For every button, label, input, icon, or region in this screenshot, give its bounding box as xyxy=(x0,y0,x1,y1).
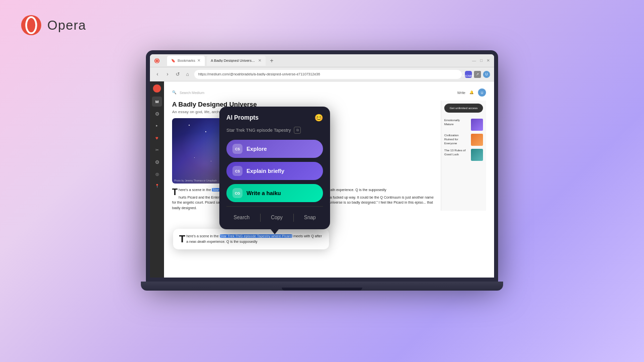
ai-divider xyxy=(226,206,323,207)
forward-button[interactable]: › xyxy=(164,71,171,78)
close-icon[interactable]: ✕ xyxy=(487,58,490,63)
sidebar-article-3: The 13 Rules of Good Luck xyxy=(444,149,483,161)
back-button[interactable]: ‹ xyxy=(154,71,161,78)
ai-popup-arrow xyxy=(271,229,279,234)
svg-point-0 xyxy=(21,15,41,35)
sidebar-article-1: Emotionally Mature xyxy=(444,119,483,131)
sidebar-item-3[interactable]: ♥ xyxy=(152,133,162,143)
opera-icon xyxy=(20,14,42,36)
copy-action-button[interactable]: Copy xyxy=(267,213,286,222)
ai-popup-query: Star Trek TNG episode Tapestry ⧉ xyxy=(226,127,323,134)
explain-icon: CS xyxy=(232,166,243,176)
add-tab-button[interactable]: + xyxy=(268,57,276,65)
drop-cap: T xyxy=(172,188,178,197)
sidebar-item-6[interactable]: ◎ xyxy=(152,169,162,179)
right-sidebar: Get unlimited access Emotionally Mature … xyxy=(441,101,486,211)
action-separator-2 xyxy=(293,214,294,222)
title-bar: 🔖 Bookmarks ✕ A Badly Designed Universe,… xyxy=(150,54,494,67)
ai-popup-emoji: 😊 xyxy=(314,114,323,122)
user-avatar[interactable]: U xyxy=(478,88,486,97)
ai-actions: Search Copy Snap xyxy=(226,211,323,222)
sidebar-article-text-2: Civilization Ruined for Everyone xyxy=(444,134,469,145)
popup-drop-cap: T xyxy=(179,234,185,244)
address-bar: ‹ › ↺ ⌂ https://medium.com/@noahbradely/… xyxy=(150,67,494,81)
sidebar-article-img-3 xyxy=(471,149,483,161)
photo-credit: Photo by Jeremy Thomas or Unsplash xyxy=(174,179,217,182)
ai-popup-title: AI Prompts xyxy=(226,114,259,121)
selected-text-popup: T here's a scene in the Star Trek TNG ep… xyxy=(173,229,329,249)
title-bar-actions: — □ ✕ xyxy=(472,58,490,63)
ai-prompt-icon[interactable]: AI PROMPT xyxy=(465,71,472,78)
sidebar-item-4[interactable]: ✂ xyxy=(152,145,162,155)
action-separator-1 xyxy=(260,214,261,222)
haiku-icon: CG xyxy=(232,188,243,198)
unlimited-access-button[interactable]: Get unlimited access xyxy=(444,104,483,113)
explore-button[interactable]: CS Explore xyxy=(226,140,323,158)
home-button[interactable]: ⌂ xyxy=(184,71,191,78)
tab-bookmarks[interactable]: 🔖 Bookmarks ✕ xyxy=(167,56,205,66)
sidebar: M ⚙ ▸ ♥ ✂ ⚙ ◎ 📍 xyxy=(150,81,164,278)
sidebar-item-1[interactable]: ⚙ xyxy=(152,109,162,119)
write-link[interactable]: Write xyxy=(457,91,465,95)
url-input[interactable]: https://medium.com/@noahbradely/a-badly-… xyxy=(194,70,462,79)
ai-prompts-popup: AI Prompts 😊 Star Trek TNG episode Tapes… xyxy=(219,107,330,229)
opera-logo: Opera xyxy=(20,14,86,36)
sidebar-article-img-1 xyxy=(471,119,483,131)
maximize-icon[interactable]: □ xyxy=(480,58,482,63)
write-haiku-button[interactable]: CG Write a haiku xyxy=(226,184,323,202)
snap-action-button[interactable]: Snap xyxy=(300,213,319,222)
sidebar-item-medium[interactable]: M xyxy=(152,97,162,107)
tab-area: 🔖 Bookmarks ✕ A Badly Designed Universe,… xyxy=(167,56,469,66)
notifications-icon[interactable]: 🔔 xyxy=(469,90,474,95)
medium-nav: 🔍 Search Medium xyxy=(172,90,204,95)
reload-button[interactable]: ↺ xyxy=(174,71,181,78)
sidebar-opera-button[interactable] xyxy=(153,84,161,93)
browser-window: 🔖 Bookmarks ✕ A Badly Designed Universe,… xyxy=(150,54,494,278)
profile-icon[interactable]: U xyxy=(483,71,490,78)
browser-body: M ⚙ ▸ ♥ ✂ ⚙ ◎ 📍 🔍 Search M xyxy=(150,81,494,278)
share-icon[interactable]: ↗ xyxy=(474,71,481,78)
popup-highlighted-text: Star Trek TNG episode Tapestry where Pic… xyxy=(220,234,293,238)
medium-search-icon: 🔍 xyxy=(172,90,177,95)
minimize-icon[interactable]: — xyxy=(472,58,476,63)
laptop-screen: 🔖 Bookmarks ✕ A Badly Designed Universe,… xyxy=(146,50,498,282)
explore-icon: CS xyxy=(232,144,243,154)
laptop: 🔖 Bookmarks ✕ A Badly Designed Universe,… xyxy=(141,50,503,312)
medium-header: 🔍 Search Medium Write 🔔 U xyxy=(172,88,486,97)
tab-article[interactable]: A Badly Designed Universe, Ar... ✕ xyxy=(207,56,266,66)
sidebar-article-img-2 xyxy=(471,134,483,146)
search-action-button[interactable]: Search xyxy=(229,213,254,222)
laptop-base xyxy=(141,282,503,291)
sidebar-item-5[interactable]: ⚙ xyxy=(152,157,162,167)
sidebar-article-text-1: Emotionally Mature xyxy=(444,119,469,127)
opera-text: Opera xyxy=(47,18,86,33)
address-bar-icons: AI PROMPT ↗ U xyxy=(465,71,490,78)
explain-briefly-button[interactable]: CS Explain briefly xyxy=(226,162,323,180)
copy-query-button[interactable]: ⧉ xyxy=(294,127,301,134)
sidebar-item-2[interactable]: ▸ xyxy=(152,121,162,131)
page-content: 🔍 Search Medium Write 🔔 U A xyxy=(164,81,494,278)
medium-actions: Write 🔔 U xyxy=(457,88,486,97)
tab-close-article[interactable]: ✕ xyxy=(258,58,262,63)
sidebar-article-2: Civilization Ruined for Everyone xyxy=(444,134,483,146)
sidebar-item-7[interactable]: 📍 xyxy=(152,181,162,191)
ai-popup-header: AI Prompts 😊 xyxy=(226,114,323,122)
browser-opera-icon xyxy=(154,58,160,64)
sidebar-article-text-3: The 13 Rules of Good Luck xyxy=(444,149,469,157)
tab-close-bookmarks[interactable]: ✕ xyxy=(197,58,201,63)
